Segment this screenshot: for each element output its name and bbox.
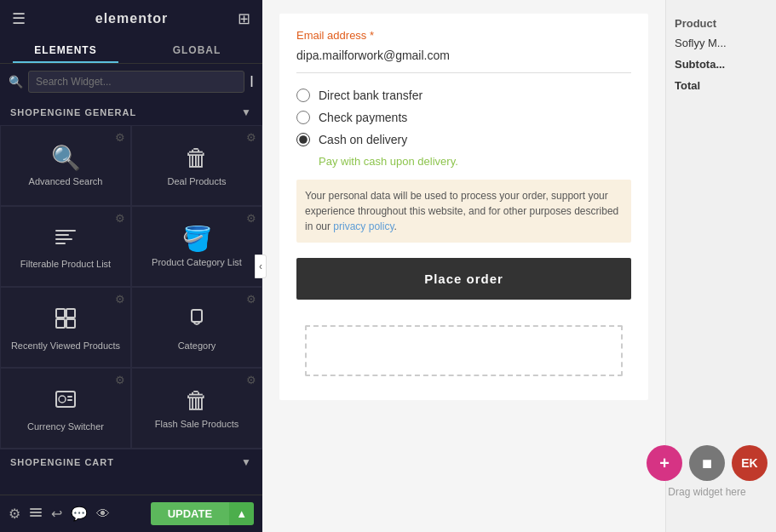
widget-icon-advanced-search: 🔍 — [51, 146, 81, 170]
label-cash-on-delivery[interactable]: Cash on delivery — [319, 133, 407, 146]
svg-rect-11 — [67, 396, 72, 398]
widget-filterable-product-list[interactable]: ⚙ Filterable Product List — [0, 206, 131, 287]
settings-toolbar-icon[interactable]: ⚙ — [9, 506, 20, 522]
place-order-button[interactable]: Place order — [296, 258, 631, 300]
layers-icon[interactable] — [29, 506, 43, 523]
tab-global[interactable]: GLOBAL — [131, 37, 262, 63]
svg-rect-8 — [192, 310, 202, 322]
drag-widget-area: + ■ EK Drag widget here — [647, 445, 767, 498]
cart-section-label: SHOPENGINE CART — [10, 457, 114, 467]
widget-label-category: Category — [178, 340, 216, 352]
search-icon: 🔍 — [9, 75, 23, 89]
left-panel: ☰ elementor ⊞ ELEMENTS GLOBAL 🔍 I SHOPEN… — [0, 0, 262, 532]
payment-check: Check payments — [296, 111, 631, 124]
svg-rect-3 — [55, 243, 66, 244]
widget-icon-flash-sale: 🗑 — [185, 389, 209, 413]
privacy-policy-link[interactable]: privacy policy — [333, 220, 394, 232]
settings-icon-recently-viewed[interactable]: ⚙ — [115, 293, 125, 306]
radio-cash-on-delivery[interactable] — [296, 133, 310, 146]
checkout-form: Email address * dipa.mailforwork@gmail.c… — [279, 14, 648, 400]
widget-recently-viewed[interactable]: ⚙ Recently Viewed Products — [0, 287, 131, 368]
svg-point-10 — [59, 396, 66, 403]
svg-rect-15 — [30, 515, 42, 517]
undo-icon[interactable]: ↩ — [51, 506, 62, 522]
payment-cash: Cash on delivery — [296, 133, 631, 146]
widget-category[interactable]: ⚙ Category — [131, 287, 262, 368]
radio-direct-bank[interactable] — [296, 89, 310, 102]
right-panel: Email address * dipa.mailforwork@gmail.c… — [262, 0, 776, 532]
widget-icon-currency — [54, 387, 78, 415]
svg-rect-4 — [56, 309, 65, 317]
tab-elements[interactable]: ELEMENTS — [0, 37, 131, 63]
eye-icon[interactable]: 👁 — [96, 506, 110, 522]
widget-label-category-list: Product Category List — [152, 256, 242, 268]
update-button[interactable]: UPDATE — [151, 502, 229, 525]
widget-label-filterable: Filterable Product List — [20, 258, 111, 270]
toolbar-icons: ⚙ ↩ 💬 👁 — [9, 506, 110, 523]
svg-rect-1 — [55, 234, 69, 236]
section-shopengine-general[interactable]: SHOPENGINE GENERAL ▼ — [0, 100, 262, 125]
widget-icon-recently-viewed — [54, 306, 78, 335]
drag-label: Drag widget here — [668, 486, 745, 498]
widget-currency-switcher[interactable]: ⚙ Currency Switcher — [0, 368, 131, 449]
update-arrow-button[interactable]: ▲ — [229, 502, 254, 525]
widget-label-recently-viewed: Recently Viewed Products — [11, 340, 120, 352]
svg-rect-6 — [56, 319, 65, 328]
settings-icon-category[interactable]: ⚙ — [246, 293, 256, 306]
widget-advanced-search[interactable]: ⚙ 🔍 Advanced Search — [0, 125, 131, 206]
widget-grid: ⚙ 🔍 Advanced Search ⚙ 🗑 Deal Products ⚙ … — [0, 125, 262, 449]
fab-plus-button[interactable]: + — [647, 445, 682, 481]
cart-chevron-icon: ▼ — [241, 456, 252, 468]
svg-rect-5 — [66, 309, 75, 317]
empty-dashed-area — [305, 325, 623, 376]
label-direct-bank[interactable]: Direct bank transfer — [319, 89, 422, 102]
total-label: Total — [666, 76, 776, 95]
fab-stop-button[interactable]: ■ — [689, 445, 725, 481]
label-check-payments[interactable]: Check payments — [319, 111, 407, 124]
section-label: SHOPENGINE GENERAL — [10, 107, 136, 117]
widget-icon-deal-products: 🗑 — [185, 146, 209, 170]
radio-check-payments[interactable] — [296, 111, 310, 124]
fab-ek-button[interactable]: EK — [732, 445, 767, 481]
subtotal-label: Subtota... — [666, 53, 776, 76]
svg-rect-2 — [55, 238, 72, 240]
main-content: Email address * dipa.mailforwork@gmail.c… — [262, 0, 665, 532]
panel-toggle-button[interactable]: ‹ — [255, 255, 267, 278]
settings-icon-filterable[interactable]: ⚙ — [115, 212, 125, 225]
svg-rect-14 — [30, 512, 42, 513]
panel-header: ☰ elementor ⊞ — [0, 0, 262, 37]
cash-note: Pay with cash upon delivery. — [319, 155, 631, 168]
svg-rect-12 — [67, 399, 72, 401]
section-shopengine-cart[interactable]: SHOPENGINE CART ▼ — [0, 449, 262, 475]
email-label: Email address * — [296, 29, 631, 42]
product-summary-col: Product Soflyy M... Subtota... Total + ■… — [665, 0, 776, 532]
payment-direct-bank: Direct bank transfer — [296, 89, 631, 102]
chevron-down-icon: ▼ — [241, 106, 252, 118]
settings-icon-currency[interactable]: ⚙ — [115, 374, 125, 386]
product-col-label: Product — [666, 9, 776, 33]
widget-icon-category — [185, 306, 209, 335]
settings-icon[interactable]: ⚙ — [115, 131, 125, 144]
product-name: Soflyy M... — [666, 33, 776, 53]
hamburger-icon[interactable]: ☰ — [12, 9, 26, 28]
svg-rect-13 — [30, 508, 42, 510]
grid-icon[interactable]: ⊞ — [238, 9, 250, 28]
cursor-icon: I — [250, 73, 254, 91]
svg-rect-0 — [55, 230, 76, 232]
update-button-group: UPDATE ▲ — [151, 502, 254, 525]
widget-flash-sale[interactable]: ⚙ 🗑 Flash Sale Products — [131, 368, 262, 449]
chat-icon[interactable]: 💬 — [71, 506, 88, 522]
settings-icon-deal[interactable]: ⚙ — [246, 131, 256, 144]
widget-label-advanced-search: Advanced Search — [29, 175, 103, 187]
search-input[interactable] — [28, 71, 244, 93]
settings-icon-category-list[interactable]: ⚙ — [246, 212, 256, 225]
widget-icon-category-list: 🪣 — [182, 227, 212, 251]
widget-label-deal-products: Deal Products — [167, 175, 226, 187]
fab-row: + ■ EK — [647, 445, 767, 481]
email-value: dipa.mailforwork@gmail.com — [296, 49, 631, 73]
panel-toolbar: ⚙ ↩ 💬 👁 UPDATE ▲ — [0, 495, 262, 532]
svg-rect-7 — [66, 319, 75, 328]
settings-icon-flash-sale[interactable]: ⚙ — [246, 374, 256, 386]
widget-deal-products[interactable]: ⚙ 🗑 Deal Products — [131, 125, 262, 206]
widget-product-category-list[interactable]: ⚙ 🪣 Product Category List — [131, 206, 262, 287]
